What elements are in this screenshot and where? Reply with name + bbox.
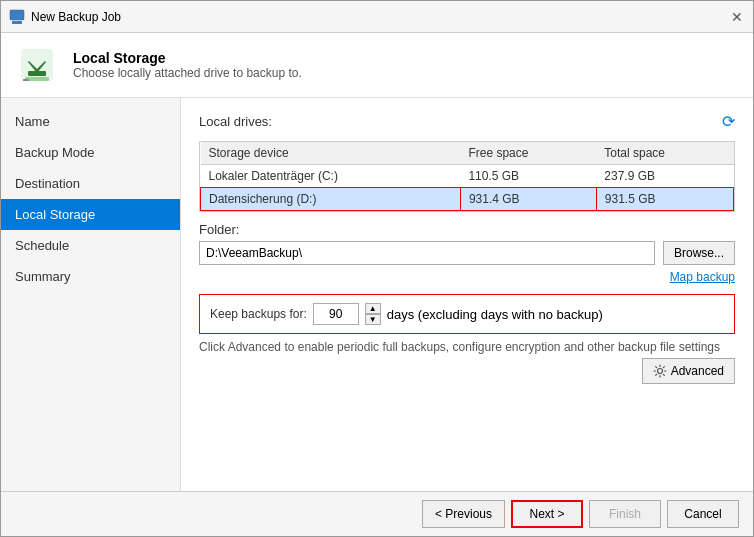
footer: < Previous Next > Finish Cancel: [1, 491, 753, 536]
svg-rect-2: [21, 49, 53, 81]
drive-cell-total: 931.5 GB: [596, 188, 733, 211]
keep-backups-prefix: Keep backups for:: [210, 307, 307, 321]
sidebar-item-local-storage[interactable]: Local Storage: [1, 199, 180, 230]
sidebar-item-schedule[interactable]: Schedule: [1, 230, 180, 261]
drive-cell-free: 931.4 GB: [460, 188, 596, 211]
keep-backups-suffix: days (excluding days with no backup): [387, 307, 603, 322]
svg-rect-0: [10, 10, 24, 20]
gear-icon: [653, 364, 667, 378]
header-subtitle: Choose locally attached drive to backup …: [73, 66, 302, 80]
advanced-row: Advanced: [199, 358, 735, 384]
keep-backups-area: Keep backups for: ▲ ▼ days (excluding da…: [199, 294, 735, 384]
drive-cell-device: Datensicherung (D:): [201, 188, 461, 211]
sidebar-item-summary[interactable]: Summary: [1, 261, 180, 292]
svg-rect-4: [28, 71, 46, 76]
sidebar-item-backup-mode[interactable]: Backup Mode: [1, 137, 180, 168]
advanced-text: Click Advanced to enable periodic full b…: [199, 340, 735, 354]
browse-button[interactable]: Browse...: [663, 241, 735, 265]
title-bar-left: New Backup Job: [9, 9, 121, 25]
drive-cell-free: 110.5 GB: [460, 165, 596, 188]
main-panel: Local drives: ⟳ Storage device Free spac…: [181, 98, 753, 491]
refresh-icon[interactable]: ⟳: [722, 112, 735, 131]
header-area: Local Storage Choose locally attached dr…: [1, 33, 753, 98]
advanced-section: Click Advanced to enable periodic full b…: [199, 340, 735, 384]
drive-table-row[interactable]: Datensicherung (D:)931.4 GB931.5 GB: [201, 188, 734, 211]
sidebar: Name Backup Mode Destination Local Stora…: [1, 98, 181, 491]
sidebar-item-name[interactable]: Name: [1, 106, 180, 137]
drive-table-container: Storage device Free space Total space Lo…: [199, 141, 735, 212]
cancel-button[interactable]: Cancel: [667, 500, 739, 528]
drive-table-row[interactable]: Lokaler Datenträger (C:)110.5 GB237.9 GB: [201, 165, 734, 188]
drive-table: Storage device Free space Total space Lo…: [200, 142, 734, 211]
map-backup-link[interactable]: Map backup: [670, 270, 735, 284]
col-device: Storage device: [201, 142, 461, 165]
col-free: Free space: [460, 142, 596, 165]
header-title: Local Storage: [73, 50, 302, 66]
next-button[interactable]: Next >: [511, 500, 583, 528]
drive-cell-device: Lokaler Datenträger (C:): [201, 165, 461, 188]
svg-point-7: [657, 369, 662, 374]
header-icon: [15, 43, 59, 87]
main-window: New Backup Job ✕ Local Storage Choose lo…: [0, 0, 754, 537]
close-button[interactable]: ✕: [729, 9, 745, 25]
advanced-label: Advanced: [671, 364, 724, 378]
folder-input[interactable]: [199, 241, 655, 265]
local-storage-icon: [15, 43, 59, 87]
svg-rect-6: [23, 79, 29, 81]
folder-label: Folder:: [199, 222, 735, 237]
finish-button[interactable]: Finish: [589, 500, 661, 528]
svg-rect-1: [12, 21, 22, 24]
sidebar-item-destination[interactable]: Destination: [1, 168, 180, 199]
folder-row: Browse...: [199, 241, 735, 265]
title-bar: New Backup Job ✕: [1, 1, 753, 33]
content-area: Name Backup Mode Destination Local Stora…: [1, 98, 753, 491]
app-icon: [9, 9, 25, 25]
keep-backups-input[interactable]: [313, 303, 359, 325]
keep-backups-section: Keep backups for: ▲ ▼ days (excluding da…: [199, 294, 735, 334]
window-title: New Backup Job: [31, 10, 121, 24]
advanced-button[interactable]: Advanced: [642, 358, 735, 384]
local-drives-header: Local drives: ⟳: [199, 112, 735, 131]
spinner-up[interactable]: ▲: [365, 303, 381, 314]
local-drives-label: Local drives:: [199, 114, 272, 129]
spinner-down[interactable]: ▼: [365, 314, 381, 325]
folder-section: Folder: Browse... Map backup: [199, 222, 735, 284]
col-total: Total space: [596, 142, 733, 165]
header-text: Local Storage Choose locally attached dr…: [73, 50, 302, 80]
spinner-buttons: ▲ ▼: [365, 303, 381, 325]
previous-button[interactable]: < Previous: [422, 500, 505, 528]
drive-cell-total: 237.9 GB: [596, 165, 733, 188]
